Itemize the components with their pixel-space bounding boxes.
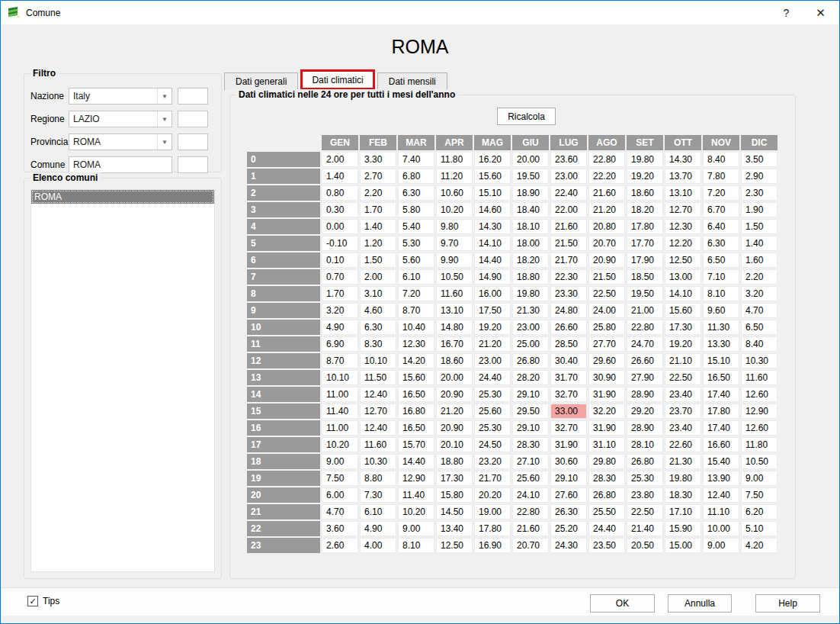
temperature-cell[interactable]: 17.30 [665, 320, 701, 335]
temperature-cell[interactable]: 8.70 [398, 303, 434, 318]
temperature-cell[interactable]: 18.80 [512, 269, 549, 285]
comune-input[interactable]: ROMA [69, 156, 172, 173]
list-item[interactable]: ROMA [31, 190, 214, 204]
temperature-cell[interactable]: 10.00 [703, 521, 739, 536]
temperature-cell[interactable]: 30.90 [588, 370, 625, 385]
help-titlebar-button[interactable]: ? [769, 1, 803, 24]
temperature-cell[interactable]: 12.90 [741, 404, 777, 419]
temperature-cell[interactable]: 2.60 [322, 538, 358, 553]
temperature-cell[interactable]: 10.10 [360, 353, 396, 368]
temperature-cell[interactable]: 8.10 [398, 538, 434, 553]
temperature-cell[interactable]: 2.30 [741, 185, 777, 201]
temperature-cell[interactable]: 26.80 [627, 454, 663, 469]
temperature-cell[interactable]: 14.50 [436, 504, 473, 519]
temperature-cell[interactable]: 4.70 [322, 504, 358, 519]
temperature-cell[interactable]: 12.60 [741, 387, 777, 402]
temperature-cell[interactable]: 21.70 [474, 471, 511, 486]
regione-combo[interactable]: LAZIO ▼ [69, 111, 172, 127]
temperature-cell[interactable]: 11.80 [436, 152, 473, 167]
temperature-cell[interactable]: 19.20 [474, 320, 511, 335]
temperature-cell[interactable]: 7.80 [703, 169, 739, 184]
temperature-cell[interactable]: 18.10 [512, 219, 549, 234]
temperature-cell[interactable]: 4.00 [360, 538, 396, 553]
provincia-extra-box[interactable] [178, 133, 208, 150]
ok-button[interactable]: OK [590, 594, 655, 613]
temperature-cell[interactable]: 20.00 [436, 370, 473, 385]
temperature-cell[interactable]: 22.50 [665, 370, 701, 385]
temperature-cell[interactable]: 22.30 [550, 269, 587, 285]
temperature-cell[interactable]: 17.40 [703, 387, 739, 402]
temperature-cell[interactable]: 21.20 [588, 202, 625, 217]
temperature-cell[interactable]: 10.40 [398, 320, 434, 335]
temperature-cell[interactable]: 18.20 [627, 202, 663, 217]
temperature-cell[interactable]: 12.40 [360, 387, 396, 402]
temperature-cell[interactable]: 14.30 [474, 219, 511, 234]
temperature-cell[interactable]: 4.90 [360, 521, 396, 536]
temperature-cell[interactable]: 8.70 [322, 353, 358, 368]
temperature-cell[interactable]: 11.20 [436, 169, 473, 184]
temperature-cell[interactable]: 32.20 [588, 404, 625, 419]
temperature-cell[interactable]: 23.00 [474, 353, 511, 368]
temperature-cell[interactable]: 5.30 [398, 236, 434, 251]
tab-dati-generali[interactable]: Dati generali [224, 72, 298, 90]
temperature-cell[interactable]: 25.60 [474, 404, 511, 419]
temperature-cell[interactable]: 12.40 [360, 420, 396, 436]
temperature-cell[interactable]: 9.70 [436, 236, 473, 251]
temperature-cell[interactable]: 1.40 [741, 236, 777, 251]
temperature-cell[interactable]: 14.60 [474, 202, 511, 217]
temperature-cell[interactable]: 17.90 [627, 252, 663, 268]
temperature-cell[interactable]: 26.60 [550, 320, 587, 335]
temperature-cell[interactable]: 5.40 [398, 219, 434, 234]
temperature-cell[interactable]: 21.70 [550, 252, 587, 268]
temperature-cell[interactable]: 14.90 [474, 269, 511, 285]
temperature-cell[interactable]: 25.20 [550, 521, 587, 536]
temperature-cell[interactable]: 23.80 [627, 487, 663, 503]
temperature-cell[interactable]: 17.80 [703, 404, 739, 419]
temperature-cell[interactable]: 6.50 [741, 320, 777, 335]
temperature-cell[interactable]: 23.00 [512, 320, 549, 335]
temperature-cell[interactable]: 18.40 [512, 202, 549, 217]
tips-checkbox-row[interactable]: ✓ Tips [27, 596, 59, 606]
ricalcola-button[interactable]: Ricalcola [497, 108, 556, 125]
temperature-cell[interactable]: 3.20 [741, 286, 777, 301]
temperature-cell[interactable]: 4.90 [322, 320, 358, 335]
temperature-cell[interactable]: 20.00 [512, 152, 549, 167]
temperature-cell[interactable]: 20.90 [436, 420, 473, 436]
title-bar[interactable]: Comune ? ✕ [1, 1, 839, 24]
temperature-cell[interactable]: 30.60 [550, 454, 587, 469]
temperature-cell[interactable]: 8.40 [741, 336, 777, 352]
help-button[interactable]: Help [755, 594, 820, 613]
temperature-cell[interactable]: 16.90 [474, 538, 511, 553]
temperature-cell[interactable]: 16.70 [436, 336, 473, 352]
temperature-cell[interactable]: 12.90 [398, 471, 434, 486]
temperature-cell[interactable]: 20.80 [588, 219, 625, 234]
temperature-cell[interactable]: 11.40 [398, 487, 434, 503]
temperature-cell[interactable]: 19.80 [627, 152, 663, 167]
temperature-cell[interactable]: 21.60 [550, 219, 587, 234]
annulla-button[interactable]: Annulla [668, 594, 732, 613]
temperature-cell[interactable]: 19.50 [512, 169, 549, 184]
temperature-cell[interactable]: 7.30 [360, 487, 396, 503]
temperature-cell[interactable]: 18.20 [512, 252, 549, 268]
temperature-cell[interactable]: 25.50 [588, 504, 625, 519]
temperature-cell[interactable]: 11.40 [322, 404, 358, 419]
temperature-cell[interactable]: 16.80 [398, 404, 434, 419]
temperature-cell[interactable]: 11.60 [436, 286, 473, 301]
temperature-cell[interactable]: 23.40 [665, 387, 701, 402]
temperature-cell[interactable]: 3.10 [360, 286, 396, 301]
temperature-cell[interactable]: 0.00 [322, 219, 358, 234]
temperature-cell[interactable]: 21.00 [627, 303, 663, 318]
temperature-cell[interactable]: 29.80 [588, 454, 625, 469]
temperature-cell[interactable]: 21.40 [627, 521, 663, 536]
temperature-cell[interactable]: 10.20 [436, 202, 473, 217]
temperature-cell[interactable]: 2.70 [360, 169, 396, 184]
temperature-cell[interactable]: 7.40 [398, 152, 434, 167]
temperature-cell[interactable]: 17.40 [703, 420, 739, 436]
temperature-cell[interactable]: 9.90 [436, 252, 473, 268]
temperature-cell[interactable]: 17.30 [436, 471, 473, 486]
temperature-cell[interactable]: 12.40 [703, 487, 739, 503]
temperature-cell[interactable]: 9.00 [322, 454, 358, 469]
temperature-cell[interactable]: 7.10 [703, 269, 739, 285]
temperature-cell[interactable]: 17.70 [627, 236, 663, 251]
temperature-cell[interactable]: 18.50 [627, 269, 663, 285]
